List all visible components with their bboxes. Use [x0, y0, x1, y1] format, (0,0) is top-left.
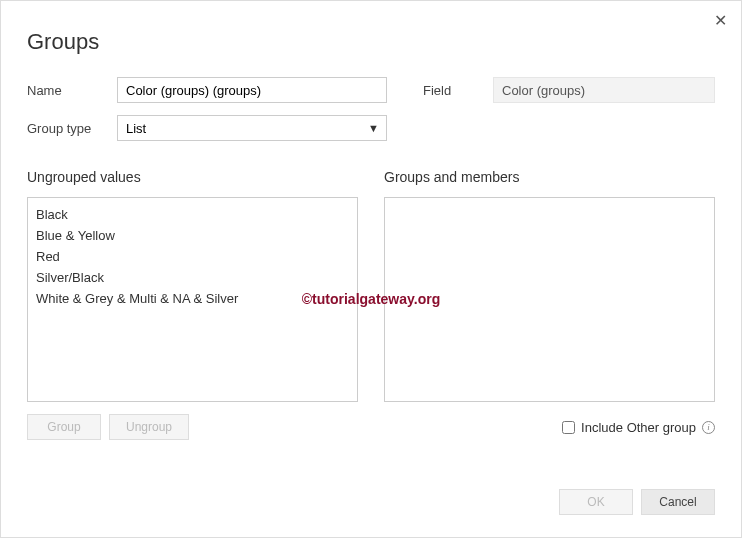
below-lists-row: Group Ungroup Include Other group i	[27, 414, 715, 440]
field-display: Color (groups)	[493, 77, 715, 103]
group-buttons: Group Ungroup	[27, 414, 189, 440]
include-other-row[interactable]: Include Other group i	[562, 420, 715, 435]
ungroup-button[interactable]: Ungroup	[109, 414, 189, 440]
name-input[interactable]	[117, 77, 387, 103]
group-button[interactable]: Group	[27, 414, 101, 440]
groups-column: Groups and members	[384, 169, 715, 402]
list-item[interactable]: Blue & Yellow	[36, 225, 349, 246]
name-label: Name	[27, 83, 117, 98]
group-type-select[interactable]: List	[117, 115, 387, 141]
cancel-button[interactable]: Cancel	[641, 489, 715, 515]
groups-title: Groups and members	[384, 169, 715, 185]
ungrouped-column: Ungrouped values Black Blue & Yellow Red…	[27, 169, 358, 402]
list-item[interactable]: Red	[36, 246, 349, 267]
group-type-label: Group type	[27, 121, 117, 136]
close-icon[interactable]: ✕	[714, 11, 727, 30]
list-item[interactable]: Black	[36, 204, 349, 225]
group-type-row: Group type List ▼	[27, 115, 715, 141]
list-item[interactable]: White & Grey & Multi & NA & Silver	[36, 288, 349, 309]
groups-listbox[interactable]	[384, 197, 715, 402]
include-other-label: Include Other group	[581, 420, 696, 435]
lists-row: Ungrouped values Black Blue & Yellow Red…	[27, 169, 715, 402]
dialog-title: Groups	[27, 29, 715, 55]
groups-dialog: ✕ Groups Name Field Color (groups) Group…	[1, 1, 741, 460]
include-other-checkbox[interactable]	[562, 421, 575, 434]
list-item[interactable]: Silver/Black	[36, 267, 349, 288]
field-label: Field	[423, 83, 493, 98]
info-icon[interactable]: i	[702, 421, 715, 434]
ungrouped-listbox[interactable]: Black Blue & Yellow Red Silver/Black Whi…	[27, 197, 358, 402]
ungrouped-title: Ungrouped values	[27, 169, 358, 185]
ok-button[interactable]: OK	[559, 489, 633, 515]
footer-buttons: OK Cancel	[559, 489, 715, 515]
name-row: Name Field Color (groups)	[27, 77, 715, 103]
